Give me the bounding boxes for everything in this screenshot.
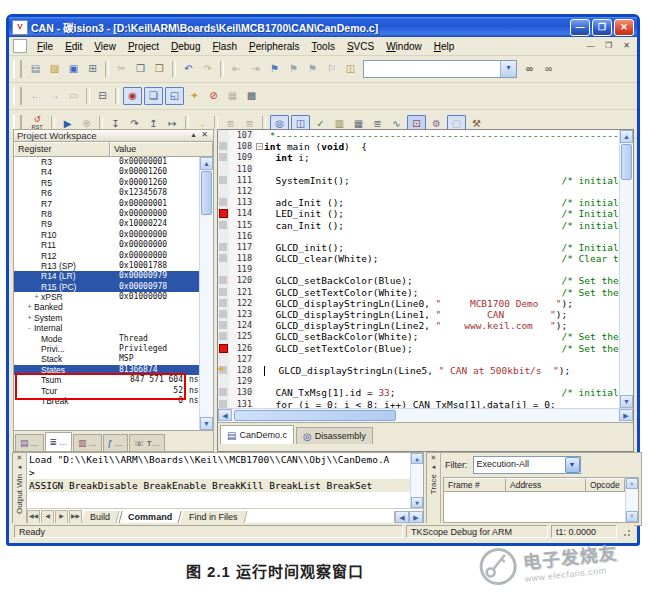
scroll-right-icon[interactable]: ▶	[409, 511, 423, 523]
register-row[interactable]: R30x00000001	[14, 157, 200, 167]
code-text[interactable]: GLCD_setTextColor(Blue); /* Set the T	[264, 343, 619, 354]
tree-expander-icon[interactable]: +	[25, 302, 34, 312]
breakpoint-marker[interactable]	[219, 209, 228, 218]
register-row[interactable]: Privi...Privileged	[14, 344, 200, 354]
code-text[interactable]	[264, 264, 619, 275]
code-text[interactable]: for (i = 0; i < 8; i++) CAN_TxMsg[1].dat…	[264, 399, 619, 409]
fold-margin[interactable]	[255, 399, 264, 409]
bookmark-clear-icon[interactable]: ⚐	[323, 61, 340, 77]
fold-margin[interactable]	[255, 275, 264, 286]
register-row[interactable]: R13 (SP)0x10001788	[14, 261, 200, 271]
register-row[interactable]: +System	[14, 313, 200, 323]
menu-item-edit[interactable]: Edit	[59, 39, 88, 54]
code-text[interactable]: GLCD_setTextColor(White); /* Set the T	[264, 287, 619, 298]
scroll-up-icon[interactable]: ▲	[200, 157, 213, 170]
register-row[interactable]: R14 (LR)0x00000979	[14, 271, 200, 281]
back-icon[interactable]: ←	[27, 88, 44, 104]
code-text[interactable]: *---------------------------------------…	[264, 130, 619, 141]
gutter-marker-cell[interactable]	[218, 309, 229, 320]
register-row[interactable]: R80x00000000	[14, 209, 200, 219]
scroll-up-icon[interactable]: ▲	[626, 478, 638, 489]
tree-expander-icon[interactable]: +	[32, 292, 41, 302]
code-text[interactable]	[264, 354, 619, 365]
gutter-marker-cell[interactable]	[218, 253, 229, 264]
toolbar-grip[interactable]	[13, 87, 22, 105]
register-row[interactable]: TBreak0ns	[14, 396, 200, 406]
fold-margin[interactable]: −	[255, 141, 264, 152]
address-column[interactable]: Address	[506, 478, 586, 492]
register-row[interactable]: +xPSR0x01000000	[14, 292, 200, 302]
gutter-marker-cell[interactable]	[218, 275, 229, 286]
code-text[interactable]	[264, 186, 619, 197]
fold-margin[interactable]	[255, 242, 264, 253]
gutter-marker-cell[interactable]	[218, 242, 229, 253]
indent-icon[interactable]: ⇥	[247, 61, 264, 77]
menu-item-view[interactable]: View	[88, 39, 122, 54]
menu-item-tools[interactable]: Tools	[306, 39, 341, 54]
scroll-up-icon[interactable]: ▲	[620, 130, 633, 143]
files-tab[interactable]: ▤…	[15, 434, 44, 451]
register-column[interactable]: Register	[14, 142, 110, 157]
scroll-down-icon[interactable]: ▼	[626, 511, 638, 522]
gutter-marker-cell[interactable]	[218, 298, 229, 309]
tree-expander-icon[interactable]: +	[25, 313, 34, 323]
paste-icon[interactable]: ❒	[151, 61, 168, 77]
fold-margin[interactable]	[255, 387, 264, 398]
find-in-files-icon[interactable]: ◫	[342, 61, 359, 77]
gutter-marker-cell[interactable]	[218, 141, 229, 152]
open-folder-icon[interactable]: ▨	[46, 61, 63, 77]
register-row[interactable]: R100x00000000	[14, 230, 200, 240]
disable-breakpoints-icon[interactable]: ▦	[224, 88, 241, 104]
register-row[interactable]: R40x00001260	[14, 167, 200, 177]
output-horizontal-scrollbar[interactable]: ◀ ▶	[394, 511, 423, 523]
register-row[interactable]: -Internal	[14, 323, 200, 333]
tab-scroll-first-icon[interactable]: ◀◀	[27, 510, 40, 524]
search-combo[interactable]: ▾	[363, 60, 517, 78]
source-browser-icon[interactable]: ◉	[123, 87, 142, 105]
register-row[interactable]: States81366874	[14, 365, 200, 375]
trace-scrollbar[interactable]: ▲ ▼	[625, 478, 638, 522]
close-panel-icon[interactable]: ✕	[199, 130, 210, 141]
gutter-marker-cell[interactable]	[218, 164, 229, 175]
editor-text-area[interactable]: 107 *-----------------------------------…	[218, 130, 619, 408]
redo-icon[interactable]: ↷	[199, 61, 216, 77]
register-row[interactable]: R60x12345678	[14, 188, 200, 198]
tab-scroll-right-icon[interactable]: ▶	[55, 510, 68, 524]
mdi-minimize-button[interactable]: —	[582, 39, 599, 54]
code-text[interactable]: GLCD_setBackColor(Blue); /* Set the B	[264, 275, 619, 286]
editor-horizontal-scrollbar[interactable]: ◀ ▶	[218, 408, 633, 422]
tab-disassembly[interactable]: ◎ Disassembly	[296, 427, 373, 444]
code-text[interactable]: GLCD_displayStringLn(Line1, " CAN ");	[264, 309, 619, 320]
print-icon[interactable]: ⊟	[94, 88, 111, 104]
gutter-marker-cell[interactable]	[218, 287, 229, 298]
menu-item-svcs[interactable]: SVCS	[341, 39, 380, 54]
code-text[interactable]: GLCD_init(); /* Initializ	[264, 242, 619, 253]
toolbar-grip[interactable]	[13, 60, 22, 78]
scroll-down-icon[interactable]: ▼	[200, 417, 213, 430]
fold-margin[interactable]	[255, 309, 264, 320]
bookmark-next-icon[interactable]: ⚑	[304, 61, 321, 77]
register-row[interactable]: R50x00001260	[14, 178, 200, 188]
fold-margin[interactable]	[255, 152, 264, 163]
mdi-close-button[interactable]: ✕	[618, 39, 635, 54]
fold-margin[interactable]	[255, 287, 264, 298]
output-scrollbar[interactable]: ▲ ▼	[410, 453, 423, 508]
outdent-icon[interactable]: ⇤	[228, 61, 245, 77]
close-panel-icon[interactable]: ✕	[15, 454, 25, 463]
scroll-left-icon[interactable]: ◀	[218, 409, 232, 421]
register-row[interactable]: R110x00000000	[14, 240, 200, 250]
scroll-down-icon[interactable]: ▼	[620, 395, 633, 408]
scroll-thumb[interactable]	[234, 410, 396, 421]
fold-margin[interactable]	[255, 197, 264, 208]
fold-margin[interactable]	[255, 208, 264, 219]
gutter-marker-cell[interactable]	[218, 264, 229, 275]
register-row[interactable]: Tcur52ns	[14, 386, 200, 396]
code-text[interactable]: SystemInit(); /* initializ	[264, 175, 619, 186]
title-bar[interactable]: V CAN - 碳ision3 - [D:\Keil\ARM\Boards\Ke…	[9, 17, 637, 37]
tab-candemo-c[interactable]: ▤ CanDemo.c	[220, 425, 294, 444]
copy-icon[interactable]: ❐	[132, 61, 149, 77]
register-row[interactable]: ModeThread	[14, 334, 200, 344]
minimize-button[interactable]: —	[570, 19, 590, 36]
register-row[interactable]: Tsum847 571 604ns	[14, 375, 200, 385]
gutter-marker-cell[interactable]	[218, 197, 229, 208]
